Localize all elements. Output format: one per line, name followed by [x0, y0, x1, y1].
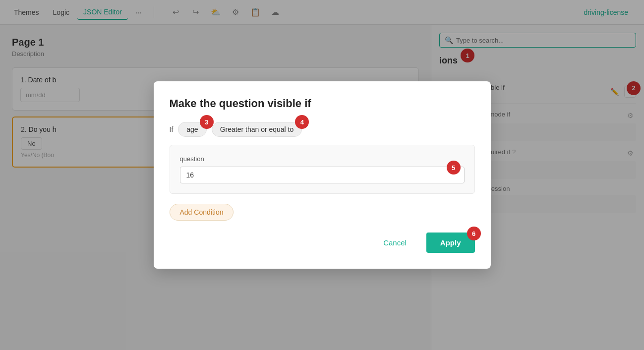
badge-4: 4 — [295, 115, 309, 129]
condition-field-label: question — [180, 155, 465, 163]
condition-value-input[interactable] — [180, 167, 465, 183]
modal-title: Make the question visible if — [170, 97, 475, 110]
badge-6: 6 — [467, 227, 481, 240]
operator-chip[interactable]: Greater than or equal to — [212, 122, 302, 137]
modal-condition-box: question 5 — [170, 145, 475, 194]
modal-if-row: If age 3 Greater than or equal to 4 — [170, 122, 475, 137]
modal-footer: Cancel Apply 6 — [170, 233, 475, 253]
modal: Make the question visible if If age 3 Gr… — [154, 81, 491, 269]
modal-if-label: If — [170, 125, 174, 133]
add-condition-button[interactable]: Add Condition — [170, 204, 234, 221]
badge-5: 5 — [447, 161, 461, 175]
modal-overlay: Make the question visible if If age 3 Gr… — [0, 0, 644, 350]
cancel-button[interactable]: Cancel — [369, 233, 420, 253]
